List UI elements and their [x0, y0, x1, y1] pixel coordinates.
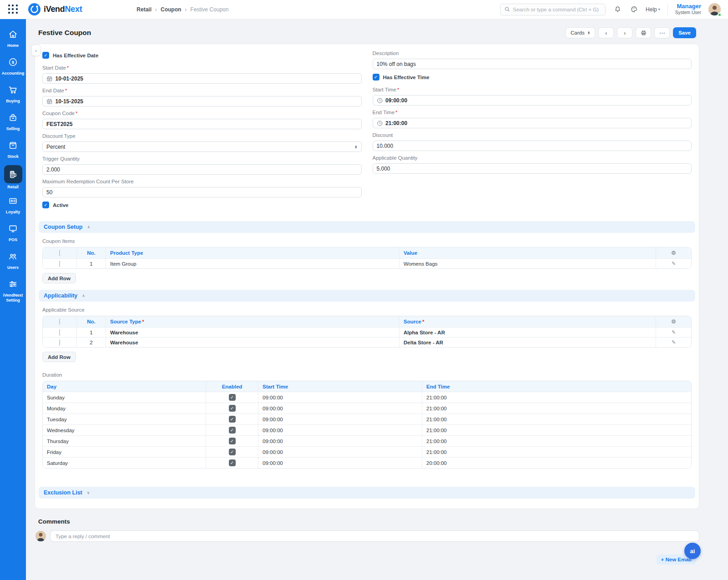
ai-assistant-button[interactable]: ai	[684, 543, 701, 559]
start-date-field: Start Date*	[42, 65, 362, 84]
coupon-items-label: Coupon Items	[42, 238, 692, 244]
page-toolbar: Cards ▲▼ ‹ › ⋯ Save	[566, 27, 696, 38]
section-exclusion-list[interactable]: Exclusion List ∨	[39, 487, 695, 499]
bag-icon	[4, 110, 22, 125]
row-checkbox[interactable]	[59, 261, 60, 267]
select-all-checkbox[interactable]	[59, 318, 60, 325]
start-date-input[interactable]	[56, 76, 358, 82]
enabled-checkbox[interactable]: ✓	[229, 394, 236, 401]
accounting-icon: $	[4, 54, 22, 70]
more-actions-button[interactable]: ⋯	[654, 27, 670, 38]
select-all-checkbox[interactable]	[59, 250, 60, 256]
end-time-input[interactable]	[385, 120, 688, 126]
expand-icon: ∨	[87, 490, 90, 495]
online-status-dot	[718, 13, 722, 17]
sidebar-item-accounting[interactable]: $ Accounting	[0, 54, 26, 82]
view-switcher-cards[interactable]: Cards ▲▼	[566, 27, 595, 38]
add-row-button-applicable-source[interactable]: Add Row	[42, 352, 76, 362]
user-role: Manager	[675, 3, 701, 10]
edit-row-icon[interactable]: ✎	[672, 329, 676, 335]
discount-input[interactable]	[377, 143, 688, 149]
home-icon	[4, 26, 22, 42]
previous-record-button[interactable]: ‹	[598, 27, 614, 38]
comment-input[interactable]	[50, 530, 699, 542]
active-checkbox[interactable]: ✓ Active	[42, 202, 362, 208]
table-row[interactable]: 1 Item Group Womens Bags ✎	[43, 258, 691, 268]
enabled-checkbox[interactable]: ✓	[229, 427, 236, 434]
table-settings-gear-icon[interactable]: ⚙	[671, 318, 676, 325]
applicable-quantity-input[interactable]	[377, 166, 688, 172]
checkbox-checked-icon: ✓	[42, 52, 49, 59]
edit-row-icon[interactable]: ✎	[672, 339, 676, 345]
chevron-down-icon: ▾	[658, 7, 660, 11]
table-settings-gear-icon[interactable]: ⚙	[671, 250, 676, 256]
add-row-button-coupon-items[interactable]: Add Row	[42, 273, 76, 283]
sidebar-item-ivendnext-setting[interactable]: iVendNext Setting	[0, 276, 26, 304]
start-time-field: Start Time*	[373, 87, 692, 106]
print-button[interactable]	[636, 27, 651, 38]
has-effective-date-checkbox[interactable]: ✓ Has Effective Date	[42, 52, 362, 59]
breadcrumb-current: Festive Coupon	[190, 6, 228, 13]
header-divider	[667, 4, 668, 15]
enabled-checkbox[interactable]: ✓	[229, 459, 236, 466]
row-checkbox[interactable]	[59, 339, 60, 346]
duration-row-sunday: Sunday ✓ 09:00:00 21:00:00	[43, 392, 691, 403]
end-time-field: End Time*	[373, 110, 692, 128]
row-checkbox[interactable]	[59, 329, 60, 336]
enabled-checkbox[interactable]: ✓	[229, 405, 236, 412]
applicable-quantity-field: Applicable Quantity	[373, 155, 692, 174]
breadcrumb-retail[interactable]: Retail	[136, 6, 152, 13]
enabled-checkbox[interactable]: ✓	[229, 416, 236, 423]
brand-name: iVendNext	[44, 5, 82, 14]
sidebar-item-pos[interactable]: POS	[0, 221, 26, 248]
sidebar-item-home[interactable]: Home	[0, 26, 26, 54]
sidebar-item-stock[interactable]: Stock	[0, 137, 26, 165]
stepper-icon: ▲▼	[587, 31, 590, 34]
enabled-checkbox[interactable]: ✓	[229, 438, 236, 444]
user-avatar[interactable]	[708, 3, 721, 15]
section-coupon-setup[interactable]: Coupon Setup ∧	[39, 221, 695, 233]
form-panel: › ✓ Has Effective Date Start Date* End D…	[35, 44, 699, 509]
table-row[interactable]: 1 Warehouse Alpha Store - AR ✎	[43, 327, 691, 337]
coupon-code-field: Coupon Code*	[42, 111, 362, 129]
theme-palette-icon[interactable]	[629, 5, 638, 14]
trigger-quantity-input[interactable]	[46, 166, 358, 173]
has-effective-time-checkbox[interactable]: ✓ Has Effective Time	[373, 74, 692, 81]
cart-icon	[4, 82, 22, 97]
coupon-code-input[interactable]	[46, 121, 358, 127]
section-applicability[interactable]: Applicability ∧	[39, 290, 695, 302]
sidebar-item-users[interactable]: Users	[0, 248, 26, 276]
form-right-column: Description ✓ Has Effective Time Start T…	[373, 50, 692, 215]
save-button[interactable]: Save	[673, 27, 696, 38]
user-menu[interactable]: Manager System User	[675, 3, 701, 15]
duration-row-monday: Monday ✓ 09:00:00 21:00:00	[43, 403, 691, 414]
panel-collapse-toggle[interactable]: ›	[31, 45, 40, 56]
sidebar-item-retail[interactable]: Retail	[0, 165, 26, 193]
search-input[interactable]	[513, 7, 601, 12]
max-redemption-input[interactable]	[46, 189, 358, 196]
loyalty-card-icon	[4, 193, 22, 208]
table-row[interactable]: 2 Warehouse Delta Store - AR ✎	[43, 337, 691, 347]
start-time-input[interactable]	[385, 97, 688, 104]
end-date-input[interactable]	[56, 98, 358, 105]
calendar-icon	[46, 98, 53, 105]
notifications-bell-icon[interactable]	[613, 5, 622, 14]
discount-type-select[interactable]: Percent ▲▼	[42, 141, 362, 152]
retail-pos-icon	[4, 165, 22, 183]
sidebar-item-selling[interactable]: Selling	[0, 110, 26, 137]
global-search[interactable]	[500, 4, 606, 15]
help-menu[interactable]: Help ▾	[646, 6, 660, 13]
sidebar-item-buying[interactable]: Buying	[0, 82, 26, 110]
brand-logo[interactable]: iVendNext	[28, 3, 82, 15]
enabled-checkbox[interactable]: ✓	[229, 449, 236, 455]
description-input[interactable]	[377, 61, 688, 67]
discount-type-field: Discount Type Percent ▲▼	[42, 133, 362, 152]
sidebar-item-loyalty[interactable]: Loyalty	[0, 193, 26, 221]
duration-row-tuesday: Tuesday ✓ 09:00:00 21:00:00	[43, 414, 691, 424]
end-date-field: End Date*	[42, 88, 362, 106]
duration-row-saturday: Saturday ✓ 09:00:00 20:00:00	[43, 457, 691, 468]
next-record-button[interactable]: ›	[617, 27, 632, 38]
edit-row-icon[interactable]: ✎	[672, 261, 676, 266]
breadcrumb-coupon[interactable]: Coupon	[161, 6, 181, 13]
app-launcher-icon[interactable]	[8, 5, 18, 15]
